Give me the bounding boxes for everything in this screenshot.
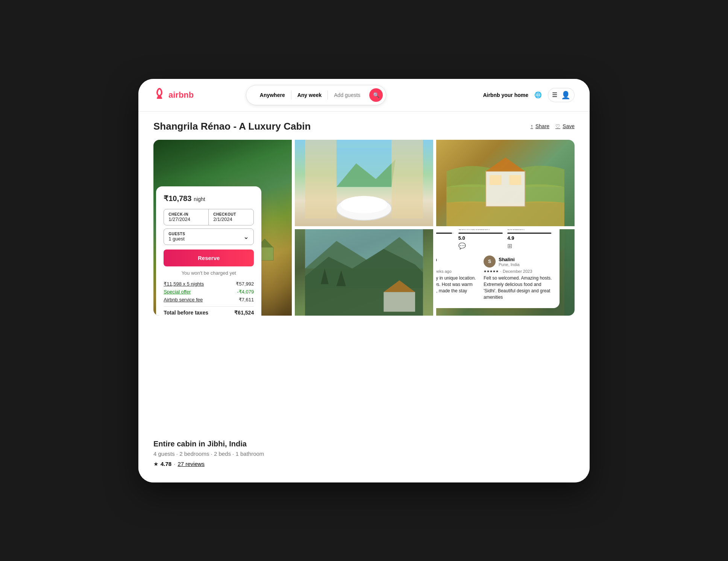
- location-bar-fill: [507, 233, 551, 234]
- checkin-bar: [436, 233, 454, 234]
- rating-checkin: Check-in 4.8 🔑: [436, 229, 454, 250]
- booking-overlay: ₹10,783 night CHECK-IN 1/27/2024 CHECKOU…: [156, 186, 261, 316]
- bottom-info: Entire cabin in Jibhi, India 4 guests · …: [153, 440, 575, 467]
- star-icon-listing: ★: [153, 461, 158, 467]
- photo-valley: [295, 229, 433, 316]
- comm-icon: 💬: [458, 242, 503, 250]
- svg-point-12: [340, 196, 387, 213]
- user-avatar-icon: 👤: [561, 91, 570, 100]
- header: airbnb Anywhere Any week Add guests 🔍 Ai…: [138, 79, 590, 112]
- rating-categories: Overall rating 4.8 ★ Cleanliness: [436, 229, 552, 250]
- price-breakdown: ₹11,598 x 5 nights ₹57,992 Special offer…: [164, 281, 254, 316]
- reviewer-location-shalini: Pune, India: [499, 262, 520, 267]
- photo-grid: ₹10,783 night CHECK-IN 1/27/2024 CHECKOU…: [153, 140, 575, 316]
- search-bar: Anywhere Any week Add guests 🔍: [246, 85, 387, 105]
- special-offer-row[interactable]: Special offer -₹4,079: [164, 289, 254, 295]
- reviewer-name-arjun: Arjun: [436, 257, 437, 262]
- airbnb-logo-icon: [153, 88, 165, 102]
- rating-location: Location 4.9 ⊞: [507, 229, 552, 250]
- location-bar: [507, 233, 552, 234]
- globe-icon[interactable]: 🌐: [534, 91, 542, 98]
- svg-marker-16: [486, 157, 525, 171]
- reviewer-info-shalini: S Shalini Pune, India: [484, 256, 552, 268]
- header-right: Airbnb your home 🌐 ☰ 👤: [483, 88, 575, 102]
- comm-bar-fill: [458, 233, 503, 234]
- share-icon: ↑: [531, 123, 533, 129]
- reviewer-info-arjun: A Arjun India: [436, 256, 478, 268]
- menu-user-button[interactable]: ☰ 👤: [548, 88, 575, 102]
- checkin-label: CHECK-IN: [168, 212, 204, 216]
- photo-2-bg: [295, 140, 433, 226]
- price-row: ₹10,783 night: [164, 194, 254, 203]
- checkin-date: 1/27/2024: [168, 216, 204, 222]
- reserve-button[interactable]: Reserve: [164, 250, 254, 266]
- device-frame: airbnb Anywhere Any week Add guests 🔍 Ai…: [138, 79, 590, 482]
- checkin-icon: 🔑: [436, 242, 454, 250]
- search-location[interactable]: Anywhere: [254, 91, 291, 100]
- photo-exterior-1: [436, 140, 575, 226]
- review-shalini: S Shalini Pune, India ★★★★★ · Dece: [484, 256, 552, 300]
- avatar-shalini: S: [484, 256, 496, 268]
- photo-3-bg: [436, 140, 575, 226]
- heart-icon: ♡: [555, 123, 560, 129]
- search-button[interactable]: 🔍: [369, 88, 383, 102]
- page-title-row: Shangrila Rénao - A Luxury Cabin ↑ Share…: [153, 121, 575, 132]
- location-icon: ⊞: [507, 242, 552, 250]
- date-row[interactable]: CHECK-IN 1/27/2024 CHECKOUT 2/1/2024: [164, 209, 254, 225]
- main-content: Shangrila Rénao - A Luxury Cabin ↑ Share…: [138, 112, 590, 482]
- exterior-svg: [436, 140, 575, 226]
- svg-rect-25: [384, 292, 415, 311]
- search-guests[interactable]: Add guests: [328, 91, 366, 100]
- share-button[interactable]: ↑ Share: [531, 123, 549, 129]
- svg-rect-13: [305, 140, 337, 218]
- checkin-cell[interactable]: CHECK-IN 1/27/2024: [164, 209, 209, 225]
- svg-rect-14: [391, 140, 423, 218]
- search-icon: 🔍: [373, 92, 379, 98]
- main-photo: ₹10,783 night CHECK-IN 1/27/2024 CHECKOU…: [153, 140, 292, 316]
- guests-row[interactable]: GUESTS 1 guest ⌄: [164, 228, 254, 245]
- valley-svg: [295, 229, 433, 316]
- review-arjun: A Arjun India ★★★★★ · 3 weeks ago: [436, 256, 478, 300]
- logo-text: airbnb: [168, 90, 194, 100]
- menu-icon: ☰: [552, 91, 557, 98]
- rating-row: ★ 4.78 · 27 reviews: [153, 461, 358, 467]
- photo-4-bg: [295, 229, 433, 316]
- review-date-arjun: 3 weeks ago: [436, 269, 452, 274]
- page-title: Shangrila Rénao - A Luxury Cabin: [153, 121, 311, 132]
- photo-bathroom: [295, 140, 433, 226]
- price-amount: ₹10,783: [164, 194, 191, 203]
- chevron-down-icon: ⌄: [243, 233, 249, 241]
- checkin-bar-fill: [436, 233, 452, 234]
- logo-area[interactable]: airbnb: [153, 88, 194, 102]
- reviewer-name-shalini: Shalini: [499, 257, 520, 262]
- reviews-overlay: ★ 4.78 · 27 reviews Overall rating: [436, 229, 560, 308]
- checkout-cell[interactable]: CHECKOUT 2/1/2024: [209, 209, 253, 225]
- search-date[interactable]: Any week: [291, 91, 328, 100]
- guests-label: GUESTS: [168, 232, 185, 236]
- reviewer-meta-shalini: ★★★★★ · December 2023: [484, 269, 552, 274]
- total-row: Total before taxes ₹61,524: [164, 306, 254, 316]
- rating-communication: Communication 5.0 💬: [458, 229, 503, 250]
- price-per-night: night: [194, 196, 205, 202]
- save-button[interactable]: ♡ Save: [555, 123, 575, 129]
- listing-subtitle: Entire cabin in Jibhi, India: [153, 440, 358, 448]
- review-text-shalini: Felt so welcomed. Amazing hosts. Extreme…: [484, 275, 552, 300]
- review-text-arjun: Great property in unique location. Amazi…: [436, 275, 478, 300]
- svg-rect-17: [490, 175, 501, 185]
- reviews-link[interactable]: 27 reviews: [177, 461, 205, 467]
- reviewer-location-arjun: India: [436, 262, 437, 267]
- page-actions: ↑ Share ♡ Save: [531, 123, 575, 129]
- app-container: airbnb Anywhere Any week Add guests 🔍 Ai…: [138, 79, 590, 482]
- guests-value: 1 guest: [168, 236, 185, 242]
- checkout-label: CHECKOUT: [213, 212, 249, 216]
- nights-row[interactable]: ₹11,598 x 5 nights ₹57,992: [164, 281, 254, 287]
- checkout-date: 2/1/2024: [213, 216, 249, 222]
- host-link[interactable]: Airbnb your home: [483, 92, 528, 98]
- review-date-shalini: December 2023: [503, 269, 532, 274]
- bathroom-svg: [295, 140, 433, 226]
- svg-rect-18: [509, 175, 521, 185]
- no-charge-text: You won't be charged yet: [164, 270, 254, 276]
- service-fee-row[interactable]: Airbnb service fee ₹7,611: [164, 297, 254, 302]
- listing-details: 4 guests · 2 bedrooms · 2 beds · 1 bathr…: [153, 451, 358, 457]
- listing-info: Entire cabin in Jibhi, India 4 guests · …: [153, 440, 358, 467]
